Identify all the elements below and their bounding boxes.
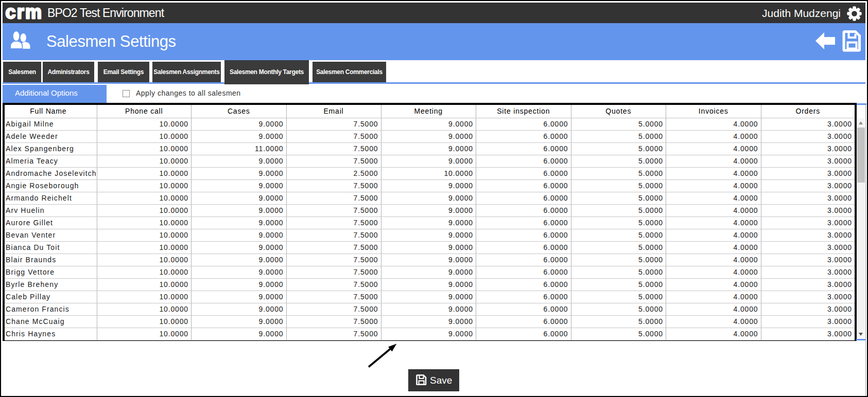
svg-text:crm: crm: [6, 5, 43, 21]
